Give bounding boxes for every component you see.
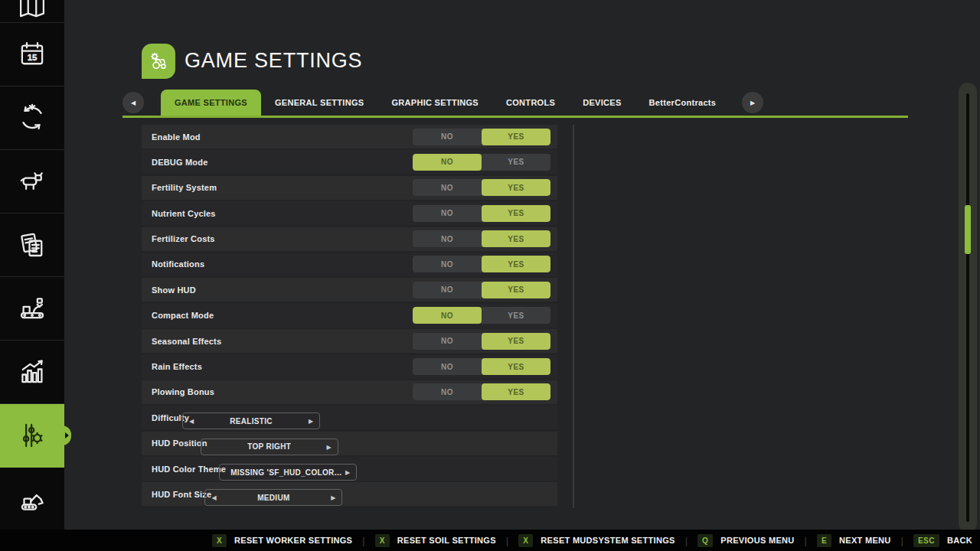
- toggle-yes-button[interactable]: YES: [482, 282, 550, 298]
- select-value: MISSING 'SF_HUD_COLOR_1' L...: [230, 468, 345, 477]
- toggle-yes-button[interactable]: YES: [482, 205, 550, 222]
- setting-label: DEBUG Mode: [152, 158, 208, 167]
- toggle-group: NO YES: [413, 307, 550, 324]
- toggle-no-button[interactable]: NO: [413, 205, 482, 222]
- chevron-right-icon: ▶: [750, 99, 755, 106]
- divider: |: [362, 535, 364, 546]
- toggle-no-button[interactable]: NO: [413, 282, 482, 298]
- sidebar-item-calendar[interactable]: [0, 23, 64, 86]
- toggle-no-button[interactable]: NO: [413, 307, 482, 324]
- sidebar-item-production[interactable]: [0, 277, 64, 341]
- map-icon: [16, 0, 48, 22]
- toggle-yes-button[interactable]: YES: [482, 256, 550, 272]
- select-control[interactable]: ◀ MEDIUM ▶: [204, 489, 342, 506]
- toggle-no-button[interactable]: NO: [413, 333, 482, 350]
- toggle-no-button[interactable]: NO: [413, 230, 482, 247]
- toggle-no-button[interactable]: NO: [413, 256, 482, 272]
- setting-label: Nutrient Cycles: [152, 209, 216, 218]
- hotkey-back[interactable]: ESC BACK: [913, 534, 972, 547]
- setting-label: Fertilizer Costs: [152, 234, 215, 243]
- select-control[interactable]: ◀ MISSING 'SF_HUD_COLOR_1' L... ▶: [219, 464, 357, 481]
- divider: |: [506, 535, 508, 546]
- settings-row: Seasonal Effects NO YES: [142, 329, 557, 353]
- statistics-icon: [16, 356, 48, 388]
- setting-label: Rain Effects: [152, 362, 202, 371]
- sidebar-item-contracts[interactable]: [0, 214, 64, 277]
- tab-underline: [122, 116, 908, 118]
- hotkey-reset-mudsystem-settings[interactable]: X RESET MUDSYSTEM SETTINGS: [518, 534, 675, 547]
- select-next-icon[interactable]: ▶: [309, 418, 313, 425]
- sidebar-item-statistics[interactable]: [0, 341, 64, 404]
- toggle-group: NO YES: [413, 358, 550, 375]
- toggle-yes-button[interactable]: YES: [482, 129, 550, 145]
- sidebar-item-map[interactable]: [0, 0, 64, 23]
- tab-game-settings[interactable]: GAME SETTINGS: [161, 90, 261, 116]
- toggle-yes-button[interactable]: YES: [482, 358, 550, 375]
- toggle-no-button[interactable]: NO: [413, 179, 482, 196]
- hotkey-label: RESET MUDSYSTEM SETTINGS: [541, 536, 675, 545]
- tabs-prev-button[interactable]: ◀: [122, 92, 144, 113]
- tab-graphic-settings[interactable]: GRAPHIC SETTINGS: [377, 90, 492, 116]
- toggle-no-button[interactable]: NO: [413, 358, 482, 375]
- select-control[interactable]: ◀ TOP RIGHT ▶: [201, 439, 338, 455]
- crop-rotation-icon: [16, 102, 48, 134]
- key-badge: X: [375, 534, 390, 547]
- tractor-gear-icon: [146, 49, 171, 73]
- toggle-yes-button[interactable]: YES: [482, 154, 550, 171]
- sidebar-item-construction[interactable]: [0, 468, 64, 531]
- settings-row: Plowing Bonus NO YES: [142, 380, 557, 404]
- settings-row: Difficulty ◀ REALISTIC ▶: [142, 406, 557, 429]
- toggle-yes-button[interactable]: YES: [482, 333, 550, 350]
- setting-label: HUD Position: [152, 439, 207, 448]
- settings-row: Compact Mode NO YES: [142, 304, 557, 328]
- sidebar-item-settings[interactable]: [0, 404, 64, 468]
- select-next-icon[interactable]: ▶: [345, 469, 350, 476]
- scrollbar-track[interactable]: [966, 93, 969, 522]
- hotkey-previous-menu[interactable]: Q PREVIOUS MENU: [697, 534, 794, 547]
- sidebar-item-animals[interactable]: [0, 150, 64, 214]
- sidebar-item-crop-rotation[interactable]: [0, 86, 64, 150]
- select-prev-icon[interactable]: ◀: [189, 418, 194, 425]
- toggle-yes-button[interactable]: YES: [482, 230, 550, 247]
- page-title: GAME SETTINGS: [185, 49, 362, 73]
- hotkey-reset-worker-settings[interactable]: X RESET WORKER SETTINGS: [212, 534, 352, 547]
- key-badge: ESC: [913, 534, 939, 547]
- key-badge: E: [817, 534, 831, 547]
- toggle-group: NO YES: [413, 205, 550, 222]
- toggle-yes-button[interactable]: YES: [482, 307, 550, 324]
- scrollbar: [959, 83, 977, 533]
- toggle-yes-button[interactable]: YES: [482, 179, 550, 196]
- select-prev-icon[interactable]: ◀: [211, 494, 216, 501]
- settings-row: Fertility System NO YES: [142, 176, 557, 200]
- settings-row: HUD Position ◀ TOP RIGHT ▶: [142, 432, 557, 455]
- key-badge: X: [518, 534, 533, 547]
- settings-row: Nutrient Cycles NO YES: [142, 201, 557, 225]
- tabs-next-button[interactable]: ▶: [742, 92, 763, 113]
- settings-row: Enable Mod NO YES: [142, 125, 557, 148]
- toggle-group: NO YES: [413, 256, 550, 272]
- setting-label: Enable Mod: [152, 132, 201, 142]
- divider: |: [685, 535, 688, 546]
- toggle-no-button[interactable]: NO: [413, 129, 482, 145]
- settings-row: HUD Color Theme ◀ MISSING 'SF_HUD_COLOR_…: [142, 457, 557, 481]
- toggle-no-button[interactable]: NO: [413, 383, 482, 400]
- tab-general-settings[interactable]: GENERAL SETTINGS: [261, 90, 377, 116]
- chevron-left-icon: ◀: [131, 99, 136, 106]
- key-badge: Q: [697, 534, 713, 547]
- construction-icon: [16, 483, 48, 515]
- select-next-icon[interactable]: ▶: [331, 494, 335, 501]
- panel-divider: [573, 125, 574, 508]
- toggle-no-button[interactable]: NO: [413, 154, 482, 171]
- scrollbar-thumb[interactable]: [965, 205, 971, 254]
- hotkey-label: RESET SOIL SETTINGS: [397, 536, 496, 545]
- setting-label: Seasonal Effects: [152, 337, 221, 346]
- toggle-yes-button[interactable]: YES: [482, 383, 550, 400]
- hotkey-reset-soil-settings[interactable]: X RESET SOIL SETTINGS: [375, 534, 496, 547]
- tab-bettercontracts[interactable]: BetterContracts: [635, 90, 730, 116]
- tab-controls[interactable]: CONTROLS: [492, 90, 569, 116]
- toggle-group: NO YES: [413, 179, 550, 196]
- tab-devices[interactable]: DEVICES: [569, 90, 635, 116]
- select-control[interactable]: ◀ REALISTIC ▶: [182, 412, 320, 429]
- hotkey-next-menu[interactable]: E NEXT MENU: [817, 534, 891, 547]
- select-next-icon[interactable]: ▶: [327, 443, 332, 450]
